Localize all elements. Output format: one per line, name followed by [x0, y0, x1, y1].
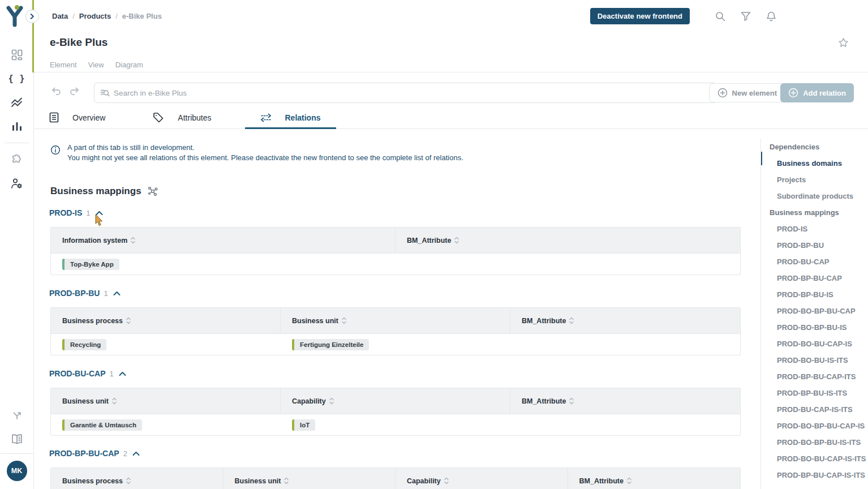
table-row: Garantie & Umtausch IoT: [51, 414, 740, 435]
nav-mapping-item[interactable]: PROD-BO-BP-BU-IS-ITS: [761, 434, 868, 451]
menu-element[interactable]: Element: [50, 61, 77, 69]
element-search-field[interactable]: [94, 83, 717, 103]
sort-icon[interactable]: [126, 317, 131, 324]
book-icon[interactable]: [0, 427, 33, 451]
tab-relations[interactable]: Relations: [245, 108, 336, 129]
section-link[interactable]: PROD-IS: [49, 208, 82, 217]
undo-icon[interactable]: [51, 87, 61, 95]
dashboard-icon[interactable]: [0, 43, 33, 67]
sort-icon[interactable]: [329, 397, 334, 405]
tab-attributes[interactable]: Attributes: [137, 108, 226, 129]
nav-projects[interactable]: Projects: [761, 171, 868, 188]
column-header[interactable]: BM_Attribute: [568, 468, 741, 489]
column-header[interactable]: Information system: [51, 228, 396, 253]
favorite-star-icon[interactable]: [838, 37, 849, 48]
nav-mapping-item[interactable]: PROD-BO-BP-BU-CAP: [761, 303, 868, 319]
column-header[interactable]: BM_Attribute: [510, 308, 740, 333]
bell-icon[interactable]: [766, 11, 777, 22]
sort-icon[interactable]: [342, 317, 346, 324]
redo-icon[interactable]: [70, 87, 80, 95]
menu-diagram[interactable]: Diagram: [115, 61, 143, 69]
element-chip[interactable]: Garantie & Umtausch: [62, 419, 142, 431]
element-chip[interactable]: Top-Byke App: [62, 259, 119, 270]
tab-overview[interactable]: Overview: [34, 108, 121, 129]
nav-subordinate-products[interactable]: Subordinate products: [761, 188, 868, 204]
section-header-prod-bp-bu-cap: PROD-BP-BU-CAP 2: [49, 449, 140, 458]
active-nav-marker: [760, 152, 762, 165]
development-info-banner: A part of this tab is still in developme…: [50, 143, 463, 164]
nav-mapping-item[interactable]: PROD-BU-CAP: [761, 254, 868, 270]
column-header[interactable]: Business unit: [51, 388, 281, 414]
column-header[interactable]: Business process: [51, 468, 224, 489]
nav-mapping-item[interactable]: PROD-BO-BU-CAP-IS-ITS: [761, 451, 868, 467]
chevron-up-icon[interactable]: [96, 211, 103, 216]
section-link[interactable]: PROD-BU-CAP: [49, 369, 106, 378]
sidebar-expand-button[interactable]: [25, 10, 39, 23]
nav-mapping-item[interactable]: PROD-BP-BU-CAP-ITS: [761, 368, 868, 385]
element-chip[interactable]: Fertigung Einzelteile: [292, 339, 369, 350]
chevron-up-icon[interactable]: [113, 291, 121, 296]
sort-icon[interactable]: [112, 397, 117, 405]
nav-mapping-item[interactable]: PROD-BO-BP-BU-IS: [761, 319, 868, 336]
network-graph-icon[interactable]: [147, 186, 158, 197]
sort-icon[interactable]: [131, 237, 135, 244]
sort-icon[interactable]: [627, 477, 631, 484]
nav-mapping-item[interactable]: PROD-BP-BU-IS: [761, 286, 868, 303]
column-header[interactable]: Capability: [281, 388, 510, 414]
sort-icon[interactable]: [569, 317, 574, 324]
sort-icon[interactable]: [569, 397, 574, 405]
chevron-up-icon[interactable]: [119, 371, 126, 376]
banner-line-2: You might not yet see all relations of t…: [67, 153, 463, 162]
code-braces-icon[interactable]: { }: [0, 67, 33, 91]
nav-mapping-item[interactable]: PROD-IS: [761, 221, 868, 237]
user-avatar[interactable]: MK: [7, 461, 27, 481]
breadcrumb-products[interactable]: Products: [79, 12, 111, 20]
search-input[interactable]: [114, 89, 711, 97]
column-header[interactable]: Business process: [51, 308, 281, 333]
filter-icon[interactable]: [740, 11, 751, 22]
column-header[interactable]: BM_Attribute: [510, 388, 740, 414]
new-element-button[interactable]: New element: [709, 83, 785, 102]
nav-mapping-item[interactable]: PROD-BO-BU-CAP-IS: [761, 336, 868, 352]
plus-circle-icon: [717, 88, 728, 98]
column-header[interactable]: Business unit: [224, 468, 396, 489]
element-chip[interactable]: IoT: [292, 419, 315, 431]
nav-business-domains[interactable]: Business domains: [761, 155, 868, 171]
user-settings-icon[interactable]: [0, 171, 33, 195]
nav-mapping-item[interactable]: PROD-BP-BU-CAP-IS-ITS: [761, 467, 868, 483]
chevron-up-icon[interactable]: [132, 451, 140, 456]
section-count: 1: [110, 370, 114, 378]
section-link[interactable]: PROD-BP-BU: [49, 289, 100, 298]
section-header-prod-bu-cap: PROD-BU-CAP 1: [49, 369, 126, 378]
branch-split-icon[interactable]: [0, 404, 33, 427]
search-icon[interactable]: [715, 11, 726, 22]
puzzle-icon[interactable]: [0, 148, 33, 171]
nav-mapping-item[interactable]: PROD-BO-BP-BU-CAP-IS: [761, 418, 868, 434]
sort-icon[interactable]: [444, 477, 449, 484]
nav-mapping-item[interactable]: PROD-BU-CAP-IS-ITS: [761, 401, 868, 418]
chevron-right-icon: [30, 14, 35, 19]
sort-icon[interactable]: [454, 237, 459, 244]
column-header[interactable]: Business unit: [281, 308, 510, 333]
nav-mapping-item[interactable]: PROD-BO-BU-IS-ITS: [761, 352, 868, 368]
column-header[interactable]: BM_Attribute: [396, 228, 740, 253]
nav-section-dependencies: Dependencies: [761, 139, 868, 155]
section-link[interactable]: PROD-BP-BU-CAP: [49, 449, 119, 458]
breadcrumb-data[interactable]: Data: [52, 12, 68, 20]
nav-mapping-item[interactable]: PROD-BP-BU-CAP: [761, 270, 868, 286]
nav-mapping-item[interactable]: PROD-BP-BU-IS-ITS: [761, 385, 868, 401]
page-header: Data / Products / e-Bike Plus Deactivate…: [34, 0, 868, 72]
section-count: 2: [123, 449, 127, 458]
nav-mapping-item[interactable]: PROD-BO-BP-BU-CAP-IS-: [761, 483, 868, 489]
nav-mapping-item[interactable]: PROD-BP-BU: [761, 237, 868, 254]
sort-icon[interactable]: [284, 477, 289, 484]
deactivate-new-frontend-button[interactable]: Deactivate new frontend: [590, 8, 690, 24]
table-prod-bu-cap: Business unit Capability BM_Attribute Ga…: [50, 388, 741, 436]
add-relation-button[interactable]: Add relation: [780, 83, 854, 102]
column-header[interactable]: Capability: [396, 468, 568, 489]
menu-view[interactable]: View: [88, 61, 104, 69]
trend-lines-icon[interactable]: [0, 91, 33, 114]
element-chip[interactable]: Recycling: [62, 339, 106, 350]
sort-icon[interactable]: [126, 477, 131, 484]
bar-chart-icon[interactable]: [0, 114, 33, 138]
